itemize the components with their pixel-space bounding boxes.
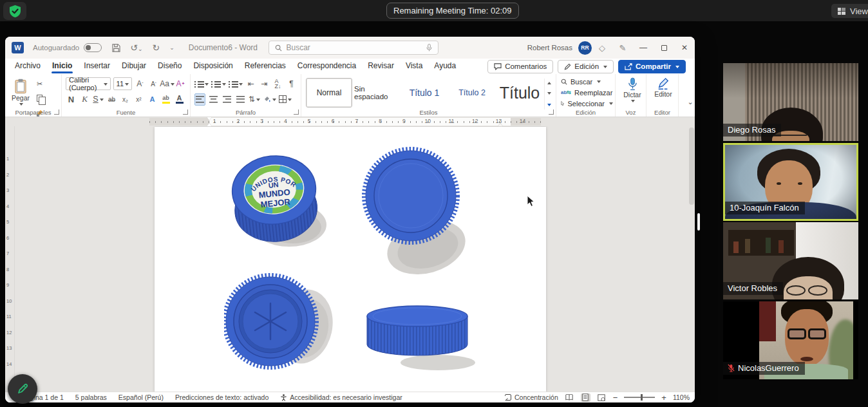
premium-gem-icon[interactable]: ◇ <box>592 43 612 53</box>
justify-button[interactable] <box>235 93 246 106</box>
pen-experience-icon[interactable]: ✎ <box>612 43 633 53</box>
borders-icon[interactable] <box>279 93 292 106</box>
zoom-in-button[interactable]: + <box>661 393 666 402</box>
tab-insertar[interactable]: Insertar <box>78 59 116 74</box>
tab-correspondencia[interactable]: Correspondencia <box>292 59 362 74</box>
document-page[interactable]: UNIDOS POR UN MUNDO MEJOR <box>155 127 546 392</box>
right-indent-marker[interactable] <box>498 120 503 126</box>
superscript-button[interactable]: x² <box>133 93 144 106</box>
bold-button[interactable]: N <box>66 93 77 106</box>
style-titulo-2[interactable]: Título 2 <box>449 78 495 108</box>
font-name-select[interactable]: Calibri (Cuerpo) <box>66 77 111 90</box>
select-button[interactable]: Seleccionar <box>558 98 613 109</box>
paste-button[interactable]: Pegar <box>7 76 34 109</box>
save-icon[interactable] <box>112 44 120 52</box>
numbering-icon[interactable] <box>211 78 225 90</box>
clipboard-dialog-launcher[interactable] <box>54 109 59 115</box>
participant-tile-joaquin[interactable]: 10-Joaquín Falcón <box>723 143 858 221</box>
pilcrow-icon[interactable]: ¶ <box>286 78 297 90</box>
panel-resize-handle[interactable] <box>697 213 700 231</box>
user-name[interactable]: Robert Rosas <box>527 44 572 52</box>
tab-vista[interactable]: Vista <box>400 59 428 74</box>
accessibility-status[interactable]: Accesibilidad: es necesario investigar <box>280 393 402 401</box>
style-titulo-1[interactable]: Título 1 <box>401 78 448 108</box>
increase-indent-icon[interactable]: ⇥ <box>259 78 270 90</box>
participant-tile-victor[interactable]: Victor Robles <box>723 222 858 299</box>
tab-diseno[interactable]: Diseño <box>152 59 187 74</box>
bottle-cap-image-label[interactable]: UNIDOS POR UN MUNDO MEJOR <box>222 145 330 256</box>
font-size-select[interactable]: 11 <box>113 77 132 90</box>
autosave-toggle[interactable] <box>84 43 102 52</box>
align-right-button[interactable] <box>222 93 232 106</box>
zoom-slider[interactable] <box>624 397 655 398</box>
undo-icon[interactable]: ↺⌄ <box>130 43 142 53</box>
line-spacing-icon[interactable]: ⇅ <box>249 93 260 106</box>
editing-mode-button[interactable]: Edición <box>558 60 614 73</box>
font-dialog-launcher[interactable] <box>183 109 188 115</box>
tab-ayuda[interactable]: Ayuda <box>428 59 462 74</box>
align-left-button[interactable] <box>194 93 205 106</box>
language-indicator[interactable]: Español (Perú) <box>118 393 164 401</box>
decrease-indent-icon[interactable]: ⇤ <box>245 78 256 90</box>
user-avatar[interactable]: RR <box>578 41 592 55</box>
text-predictions[interactable]: Predicciones de texto: activado <box>175 393 269 401</box>
style-titulo[interactable]: Título <box>496 78 543 108</box>
tab-revisar[interactable]: Revisar <box>362 59 400 74</box>
comments-button[interactable]: Comentarios <box>487 60 553 73</box>
tab-archivo[interactable]: Archivo <box>9 59 46 74</box>
cut-icon[interactable]: ✂ <box>34 78 45 90</box>
annotate-button[interactable] <box>8 374 37 404</box>
styles-scroll-down-icon[interactable] <box>547 92 551 97</box>
align-center-button[interactable] <box>208 93 219 106</box>
clear-formatting-icon[interactable]: A✦ <box>175 78 186 90</box>
replace-button[interactable]: ab⇆ Reemplazar <box>558 87 613 98</box>
styles-scroll-up-icon[interactable] <box>547 80 551 84</box>
minimize-button[interactable]: — <box>633 37 654 59</box>
redo-icon[interactable]: ↻ <box>153 43 160 53</box>
meeting-security-button[interactable] <box>3 2 26 20</box>
paragraph-dialog-launcher[interactable] <box>294 109 299 115</box>
vertical-ruler[interactable]: 1234567891011121314 <box>5 126 15 392</box>
zoom-percentage[interactable]: 110% <box>673 393 690 401</box>
change-case-icon[interactable]: Aa <box>162 78 173 90</box>
bottle-cap-image-side[interactable] <box>359 299 480 375</box>
text-effects-button[interactable]: A <box>147 93 158 106</box>
style-normal[interactable]: Normal <box>306 78 352 108</box>
document-scrollbar[interactable] <box>689 128 694 205</box>
hanging-indent-marker[interactable] <box>207 120 212 126</box>
horizontal-ruler[interactable]: 1234567891011121314 <box>5 117 695 126</box>
quick-access-more-icon[interactable]: ⌄ <box>169 44 175 51</box>
styles-gallery-more-icon[interactable] <box>547 104 551 108</box>
grow-font-icon[interactable]: Aˆ <box>135 78 146 90</box>
bullets-icon[interactable] <box>194 78 209 90</box>
word-count[interactable]: 5 palabras <box>75 393 107 401</box>
search-input[interactable]: Buscar <box>269 41 439 55</box>
share-button[interactable]: Compartir <box>618 60 686 73</box>
strikethrough-button[interactable]: ab <box>106 93 117 106</box>
tab-disposicion[interactable]: Disposición <box>187 59 238 74</box>
italic-button[interactable]: K <box>79 93 90 106</box>
read-mode-button[interactable] <box>565 393 574 402</box>
editor-button[interactable]: Editor <box>648 76 678 98</box>
focus-mode-button[interactable]: Concentración <box>505 393 558 401</box>
shrink-font-icon[interactable]: Aˇ <box>148 78 159 90</box>
document-area[interactable]: 1234567891011121314 <box>5 126 695 392</box>
shading-icon[interactable] <box>263 93 276 106</box>
styles-dialog-launcher[interactable] <box>549 109 554 115</box>
participant-tile-nicolas[interactable]: NicolasGuerrero <box>723 301 858 379</box>
word-logo-icon[interactable]: W <box>12 42 24 53</box>
highlight-button[interactable]: ab <box>160 93 171 106</box>
find-button[interactable]: Buscar <box>558 76 613 87</box>
collapse-ribbon-button[interactable]: ⌄ <box>679 74 695 117</box>
subscript-button[interactable]: x₂ <box>120 93 131 106</box>
bottle-cap-image-interior[interactable] <box>224 267 339 381</box>
participant-tile-diego[interactable]: Diego Rosas <box>723 63 858 141</box>
zoom-out-button[interactable]: − <box>613 393 618 402</box>
font-color-button[interactable]: A <box>174 93 185 106</box>
copy-icon[interactable] <box>34 92 45 104</box>
print-layout-button[interactable] <box>581 393 590 402</box>
tab-inicio[interactable]: Inicio <box>46 59 78 74</box>
sort-icon[interactable]: AZ↓ <box>272 78 283 90</box>
tab-dibujar[interactable]: Dibujar <box>116 59 152 74</box>
maximize-button[interactable] <box>654 37 674 59</box>
